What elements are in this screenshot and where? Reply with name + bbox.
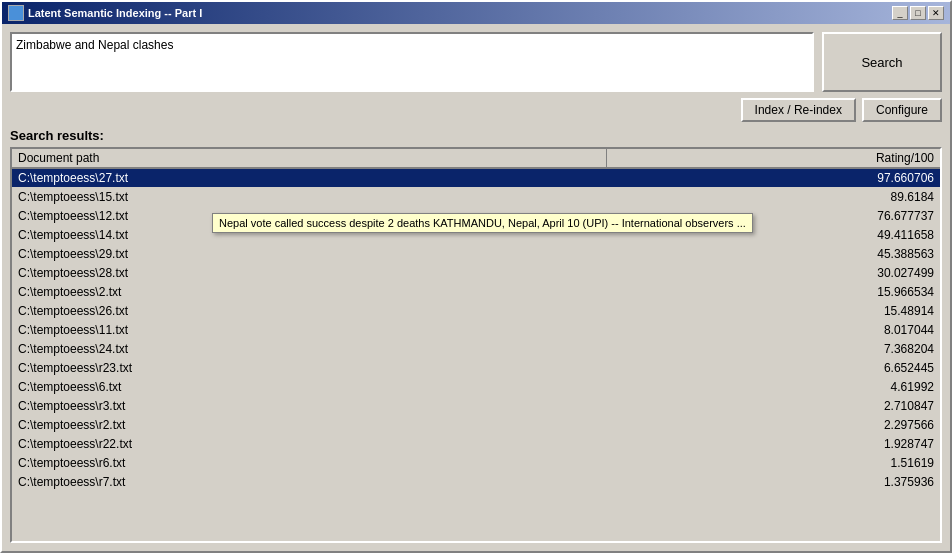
cell-path: C:\temptoeess\2.txt bbox=[12, 283, 607, 302]
cell-path: C:\temptoeess\29.txt bbox=[12, 245, 607, 264]
table-row[interactable]: C:\temptoeess\r2.txt2.297566 bbox=[12, 416, 940, 435]
cell-path: C:\temptoeess\6.txt bbox=[12, 378, 607, 397]
cell-rating: 1.928747 bbox=[607, 435, 940, 454]
title-bar: Latent Semantic Indexing -- Part I _ □ ✕ bbox=[2, 2, 950, 24]
cell-path: C:\temptoeess\r6.txt bbox=[12, 454, 607, 473]
table-header-row: Document path Rating/100 bbox=[12, 149, 940, 168]
cell-rating: 15.966534 bbox=[607, 283, 940, 302]
table-row[interactable]: C:\temptoeess\29.txt45.388563 bbox=[12, 245, 940, 264]
content-area: Search Index / Re-index Configure Search… bbox=[2, 24, 950, 551]
cell-path: C:\temptoeess\r3.txt bbox=[12, 397, 607, 416]
query-input[interactable] bbox=[10, 32, 814, 92]
search-button[interactable]: Search bbox=[822, 32, 942, 92]
cell-rating: 7.368204 bbox=[607, 340, 940, 359]
close-button[interactable]: ✕ bbox=[928, 6, 944, 20]
action-buttons-row: Index / Re-index Configure bbox=[10, 98, 942, 122]
table-row[interactable]: C:\temptoeess\r3.txt2.710847 bbox=[12, 397, 940, 416]
results-table: Document path Rating/100 C:\temptoeess\2… bbox=[12, 149, 940, 492]
results-label: Search results: bbox=[10, 128, 942, 143]
cell-rating: 89.6184 bbox=[607, 188, 940, 207]
results-table-container: Document path Rating/100 C:\temptoeess\2… bbox=[10, 147, 942, 543]
cell-path: C:\temptoeess\r7.txt bbox=[12, 473, 607, 492]
results-section: Search results: Document path Rating/100… bbox=[10, 128, 942, 543]
cell-path: C:\temptoeess\r22.txt bbox=[12, 435, 607, 454]
cell-path: C:\temptoeess\r23.txt bbox=[12, 359, 607, 378]
table-row[interactable]: C:\temptoeess\r22.txt1.928747 bbox=[12, 435, 940, 454]
table-row[interactable]: C:\temptoeess\26.txt15.48914 bbox=[12, 302, 940, 321]
table-row[interactable]: C:\temptoeess\2.txt15.966534 bbox=[12, 283, 940, 302]
table-row[interactable]: C:\temptoeess\r6.txt1.51619 bbox=[12, 454, 940, 473]
cell-rating: 97.660706 bbox=[607, 168, 940, 188]
table-row[interactable]: C:\temptoeess\28.txt30.027499 bbox=[12, 264, 940, 283]
table-scroll-area[interactable]: Document path Rating/100 C:\temptoeess\2… bbox=[12, 149, 940, 541]
top-section: Search bbox=[10, 32, 942, 92]
cell-path: C:\temptoeess\26.txt bbox=[12, 302, 607, 321]
cell-rating: 6.652445 bbox=[607, 359, 940, 378]
table-row[interactable]: C:\temptoeess\27.txt97.660706 bbox=[12, 168, 940, 188]
table-row[interactable]: C:\temptoeess\r7.txt1.375936 bbox=[12, 473, 940, 492]
cell-rating: 2.710847 bbox=[607, 397, 940, 416]
cell-path: C:\temptoeess\27.txt bbox=[12, 168, 607, 188]
cell-path: C:\temptoeess\24.txt bbox=[12, 340, 607, 359]
cell-path: C:\temptoeess\r2.txt bbox=[12, 416, 607, 435]
cell-rating: 45.388563 bbox=[607, 245, 940, 264]
cell-rating: 1.51619 bbox=[607, 454, 940, 473]
index-button[interactable]: Index / Re-index bbox=[741, 98, 856, 122]
cell-rating: 30.027499 bbox=[607, 264, 940, 283]
cell-rating: 2.297566 bbox=[607, 416, 940, 435]
cell-path: C:\temptoeess\28.txt bbox=[12, 264, 607, 283]
cell-rating: 8.017044 bbox=[607, 321, 940, 340]
column-header-rating: Rating/100 bbox=[607, 149, 940, 168]
cell-rating: 4.61992 bbox=[607, 378, 940, 397]
minimize-button[interactable]: _ bbox=[892, 6, 908, 20]
app-icon bbox=[8, 5, 24, 21]
cell-path: C:\temptoeess\11.txt bbox=[12, 321, 607, 340]
column-header-path: Document path bbox=[12, 149, 607, 168]
configure-button[interactable]: Configure bbox=[862, 98, 942, 122]
cell-path: C:\temptoeess\15.txt bbox=[12, 188, 607, 207]
cell-rating: 15.48914 bbox=[607, 302, 940, 321]
table-row[interactable]: C:\temptoeess\6.txt4.61992 bbox=[12, 378, 940, 397]
table-row[interactable]: C:\temptoeess\15.txt89.6184 bbox=[12, 188, 940, 207]
row-tooltip: Nepal vote called success despite 2 deat… bbox=[212, 213, 753, 233]
title-buttons: _ □ ✕ bbox=[892, 6, 944, 20]
title-bar-left: Latent Semantic Indexing -- Part I bbox=[8, 5, 202, 21]
window-title: Latent Semantic Indexing -- Part I bbox=[28, 7, 202, 19]
main-window: Latent Semantic Indexing -- Part I _ □ ✕… bbox=[0, 0, 952, 553]
table-row[interactable]: C:\temptoeess\24.txt7.368204 bbox=[12, 340, 940, 359]
table-row[interactable]: C:\temptoeess\r23.txt6.652445 bbox=[12, 359, 940, 378]
table-row[interactable]: C:\temptoeess\11.txt8.017044 bbox=[12, 321, 940, 340]
cell-rating: 1.375936 bbox=[607, 473, 940, 492]
maximize-button[interactable]: □ bbox=[910, 6, 926, 20]
